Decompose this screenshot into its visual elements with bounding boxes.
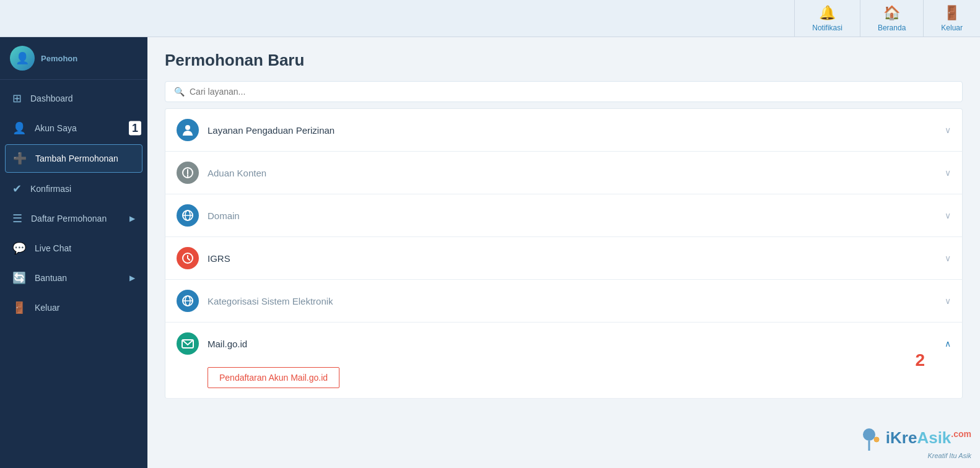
sidebar-nav: ⊞ Dashboard 👤 Akun Saya 1 ➕ Tambah Permo… (0, 80, 147, 468)
kategorisasi-icon (177, 290, 199, 312)
nav-keluar[interactable]: 🚪 Keluar (923, 0, 980, 37)
live-chat-icon: 💬 (12, 241, 26, 255)
mail-goid-name: Mail.go.id (208, 339, 936, 349)
nav-beranda[interactable]: 🏠 Beranda (860, 0, 923, 37)
daftar-permohonan-chevron: ▶ (129, 214, 135, 223)
service-header-layanan-pengaduan[interactable]: Layanan Pengaduan Perizinan ∨ (165, 109, 962, 151)
service-layanan-pengaduan: Layanan Pengaduan Perizinan ∨ (165, 108, 963, 152)
sidebar-label-bantuan: Bantuan (35, 273, 67, 283)
keluar-header-icon: 🚪 (943, 5, 960, 21)
aduan-konten-name: Aduan Konten (208, 168, 936, 178)
service-igrs: IGRS ∨ (165, 237, 963, 280)
keluar-sidebar-icon: 🚪 (12, 301, 26, 314)
notifikasi-icon: 🔔 (819, 5, 836, 21)
avatar: 👤 (10, 46, 35, 71)
mail-goid-icon (177, 332, 199, 355)
igrs-icon (177, 247, 199, 269)
sidebar-item-live-chat[interactable]: 💬 Live Chat (0, 233, 147, 263)
service-header-domain[interactable]: Domain ∨ (165, 194, 962, 236)
service-mail-goid: Mail.go.id 2 ∧ Pendaftaran Akun Mail.go.… (165, 323, 963, 399)
user-info: Pemohon (41, 54, 77, 63)
nav-notifikasi[interactable]: 🔔 Notifikasi (794, 0, 860, 37)
services-list: Layanan Pengaduan Perizinan ∨ Aduan Kont… (147, 108, 980, 468)
top-header: 🔔 Notifikasi 🏠 Beranda 🚪 Keluar (0, 0, 980, 37)
dashboard-icon: ⊞ (12, 92, 22, 105)
service-domain: Domain ∨ (165, 194, 963, 237)
beranda-icon: 🏠 (883, 5, 900, 21)
sidebar-item-dashboard[interactable]: ⊞ Dashboard (0, 84, 147, 113)
app-layout: 👤 Pemohon ⊞ Dashboard 👤 Akun Saya 1 ➕ Ta… (0, 37, 980, 468)
sidebar-user: 👤 Pemohon (0, 37, 147, 80)
main-content: Permohonan Baru 🔍 Layanan Pengaduan Peri… (147, 37, 980, 468)
search-input[interactable] (190, 87, 953, 97)
service-header-aduan-konten[interactable]: Aduan Konten ∨ (165, 152, 962, 194)
service-header-kategorisasi[interactable]: Kategorisasi Sistem Elektronik ∨ (165, 280, 962, 322)
akun-saya-icon: 👤 (12, 121, 26, 135)
mail-goid-chevron: ∧ (945, 339, 951, 349)
pendaftaran-akun-link[interactable]: Pendaftaran Akun Mail.go.id (208, 367, 339, 388)
sidebar-item-keluar[interactable]: 🚪 Keluar (0, 293, 147, 323)
sidebar-label-live-chat: Live Chat (35, 243, 71, 253)
search-icon: 🔍 (174, 87, 185, 97)
sidebar: 👤 Pemohon ⊞ Dashboard 👤 Akun Saya 1 ➕ Ta… (0, 37, 147, 468)
username: Pemohon (41, 54, 77, 63)
sidebar-item-daftar-permohonan[interactable]: ☰ Daftar Permohonan ▶ (0, 204, 147, 233)
kategorisasi-chevron: ∨ (945, 296, 951, 306)
sidebar-label-akun-saya: Akun Saya (35, 123, 77, 133)
igrs-chevron: ∨ (945, 253, 951, 263)
service-aduan-konten: Aduan Konten ∨ (165, 152, 963, 194)
daftar-permohonan-icon: ☰ (12, 212, 22, 225)
sidebar-item-tambah-permohonan[interactable]: ➕ Tambah Permohonan (5, 144, 142, 173)
sidebar-label-dashboard: Dashboard (30, 93, 73, 103)
layanan-pengaduan-chevron: ∨ (945, 125, 951, 135)
beranda-label: Beranda (878, 24, 906, 32)
aduan-konten-icon (177, 162, 199, 184)
page-title: Permohonan Baru (165, 51, 963, 70)
service-kategorisasi: Kategorisasi Sistem Elektronik ∨ (165, 280, 963, 323)
kategorisasi-name: Kategorisasi Sistem Elektronik (208, 296, 936, 306)
igrs-name: IGRS (208, 253, 936, 264)
sidebar-item-akun-saya[interactable]: 👤 Akun Saya 1 (0, 113, 147, 143)
aduan-konten-chevron: ∨ (945, 168, 951, 178)
konfirmasi-icon: ✔ (12, 182, 22, 196)
sidebar-label-keluar: Keluar (35, 303, 59, 313)
notifikasi-label: Notifikasi (812, 24, 842, 32)
bantuan-icon: 🔄 (12, 271, 26, 285)
sidebar-item-konfirmasi[interactable]: ✔ Konfirmasi (0, 174, 147, 204)
step-badge-1: 1 (129, 121, 141, 136)
layanan-pengaduan-name: Layanan Pengaduan Perizinan (208, 125, 936, 136)
sidebar-label-daftar-permohonan: Daftar Permohonan (31, 214, 107, 223)
sidebar-label-tambah-permohonan: Tambah Permohonan (35, 154, 118, 163)
domain-chevron: ∨ (945, 210, 951, 220)
keluar-header-label: Keluar (941, 24, 963, 32)
search-bar: 🔍 (165, 81, 963, 102)
top-nav: 🔔 Notifikasi 🏠 Beranda 🚪 Keluar (794, 0, 980, 37)
service-header-igrs[interactable]: IGRS ∨ (165, 237, 962, 279)
service-header-mail-goid[interactable]: Mail.go.id 2 ∧ (165, 323, 962, 365)
layanan-pengaduan-icon (177, 119, 199, 141)
domain-name: Domain (208, 210, 936, 221)
svg-point-0 (185, 125, 190, 130)
sidebar-label-konfirmasi: Konfirmasi (30, 184, 71, 194)
search-bar-container: 🔍 (147, 76, 980, 108)
tambah-permohonan-icon: ➕ (13, 152, 27, 165)
page-title-bar: Permohonan Baru (147, 37, 980, 76)
domain-icon (177, 204, 199, 227)
bantuan-chevron: ▶ (129, 274, 135, 282)
mail-goid-body: Pendaftaran Akun Mail.go.id (165, 365, 962, 398)
sidebar-item-bantuan[interactable]: 🔄 Bantuan ▶ (0, 263, 147, 293)
